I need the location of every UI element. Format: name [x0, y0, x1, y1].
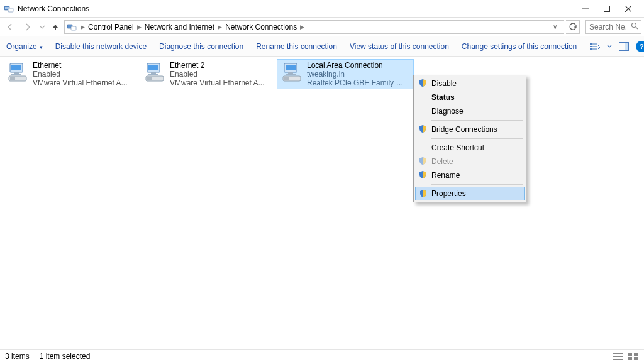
breadcrumb-item[interactable]: Network and Internet	[143, 23, 216, 31]
cm-label: Status	[431, 93, 455, 102]
large-icons-view-button[interactable]	[628, 351, 639, 361]
cm-separator	[431, 138, 523, 139]
svg-line-10	[636, 27, 638, 29]
svg-rect-13	[590, 46, 592, 47]
breadcrumb-separator-icon: ▶	[216, 24, 224, 30]
context-menu: Disable Status Diagnose Bridge Connectio…	[413, 75, 526, 202]
connection-status: Enabled	[170, 70, 265, 79]
svg-rect-27	[151, 72, 156, 74]
cm-label: Diagnose	[431, 107, 464, 116]
up-button[interactable]	[49, 19, 62, 35]
recent-dropdown[interactable]	[38, 19, 47, 35]
connection-name: Local Area Connection	[307, 61, 408, 70]
breadcrumb-history-dropdown[interactable]: ∨	[550, 23, 560, 30]
svg-rect-28	[148, 74, 158, 75]
svg-rect-26	[148, 65, 158, 70]
svg-rect-33	[288, 72, 293, 74]
back-button[interactable]	[3, 19, 18, 35]
cm-diagnose[interactable]: Diagnose	[415, 104, 525, 118]
search-input[interactable]	[588, 22, 628, 32]
cm-status[interactable]: Status	[415, 90, 525, 104]
svg-rect-30	[147, 77, 152, 80]
view-options-button[interactable]	[589, 41, 601, 52]
network-adapter-icon	[6, 61, 29, 84]
svg-rect-16	[592, 48, 597, 50]
status-bar: 3 items 1 item selected	[0, 349, 644, 362]
shield-icon	[418, 124, 427, 133]
svg-rect-14	[592, 46, 597, 47]
preview-pane-button[interactable]	[618, 41, 630, 52]
svg-rect-8	[71, 26, 76, 30]
cm-bridge[interactable]: Bridge Connections	[415, 123, 525, 136]
breadcrumb-separator-icon: ▶	[298, 24, 306, 30]
svg-rect-36	[284, 77, 289, 80]
cm-rename[interactable]: Rename	[415, 168, 525, 182]
svg-rect-39	[613, 359, 623, 360]
svg-rect-34	[286, 74, 296, 75]
address-bar: ▶ Control Panel ▶ Network and Internet ▶…	[0, 18, 644, 36]
diagnose-button[interactable]: Diagnose this connection	[159, 42, 243, 51]
svg-rect-15	[590, 48, 592, 50]
help-button[interactable]: ?	[636, 41, 644, 52]
refresh-button[interactable]	[566, 20, 580, 34]
svg-rect-32	[286, 65, 296, 70]
shield-icon	[418, 170, 427, 179]
cm-label: Bridge Connections	[431, 125, 497, 134]
search-box[interactable]	[585, 20, 641, 34]
close-button[interactable]	[618, 0, 639, 18]
cm-label: Properties	[431, 189, 466, 198]
details-view-button[interactable]	[613, 351, 624, 361]
window-title: Network Connections	[18, 4, 89, 13]
svg-rect-4	[604, 6, 610, 11]
connection-adapter: Realtek PCIe GBE Family C...	[307, 79, 408, 87]
connection-item-selected[interactable]: Local Area Connection tweaking.in Realte…	[277, 59, 414, 89]
breadcrumb-item[interactable]: Control Panel	[87, 23, 135, 31]
cm-delete: Delete	[415, 155, 525, 168]
breadcrumb-item[interactable]: Network Connections	[224, 23, 298, 31]
cm-disable[interactable]: Disable	[415, 77, 525, 90]
svg-rect-18	[625, 43, 628, 50]
disable-device-button[interactable]: Disable this network device	[55, 42, 147, 51]
breadcrumb[interactable]: ▶ Control Panel ▶ Network and Internet ▶…	[64, 20, 564, 34]
organize-menu[interactable]: Organize	[6, 42, 43, 51]
svg-rect-20	[11, 65, 21, 70]
svg-rect-21	[14, 72, 19, 74]
search-icon	[631, 22, 638, 31]
svg-rect-37	[613, 353, 623, 354]
change-settings-button[interactable]: Change settings of this connection	[462, 42, 577, 51]
svg-rect-38	[613, 356, 623, 357]
connection-item[interactable]: Ethernet Enabled VMware Virtual Ethernet…	[3, 59, 140, 89]
svg-rect-12	[592, 43, 597, 45]
svg-rect-42	[628, 357, 632, 360]
svg-rect-41	[634, 353, 638, 356]
svg-rect-11	[590, 43, 592, 45]
view-options-dropdown[interactable]	[607, 41, 612, 52]
breadcrumb-separator-icon: ▶	[135, 24, 143, 30]
network-adapter-icon	[280, 61, 303, 84]
svg-rect-1	[8, 8, 13, 12]
cm-separator	[431, 184, 523, 185]
content-area[interactable]: Ethernet Enabled VMware Virtual Ethernet…	[0, 57, 644, 349]
cm-label: Disable	[431, 79, 457, 88]
title-bar: Network Connections	[0, 0, 644, 18]
connection-status: tweaking.in	[307, 70, 408, 79]
app-icon	[4, 4, 14, 14]
connection-item[interactable]: Ethernet 2 Enabled VMware Virtual Ethern…	[140, 59, 277, 89]
cm-create-shortcut[interactable]: Create Shortcut	[415, 141, 525, 155]
svg-rect-2	[5, 7, 9, 9]
connection-status: Enabled	[33, 70, 128, 79]
minimize-button[interactable]	[575, 0, 596, 18]
cm-properties[interactable]: Properties	[415, 187, 525, 200]
cm-label: Delete	[431, 157, 453, 166]
forward-button[interactable]	[20, 19, 35, 35]
maximize-button[interactable]	[596, 0, 618, 18]
rename-button[interactable]: Rename this connection	[256, 42, 337, 51]
shield-icon	[418, 79, 427, 87]
cm-separator	[431, 120, 523, 121]
selection-count: 1 item selected	[40, 352, 91, 361]
shield-icon	[419, 189, 428, 198]
shield-icon	[418, 156, 427, 165]
view-status-button[interactable]: View status of this connection	[350, 42, 449, 51]
connection-name: Ethernet 2	[170, 61, 265, 70]
svg-rect-24	[10, 77, 15, 80]
